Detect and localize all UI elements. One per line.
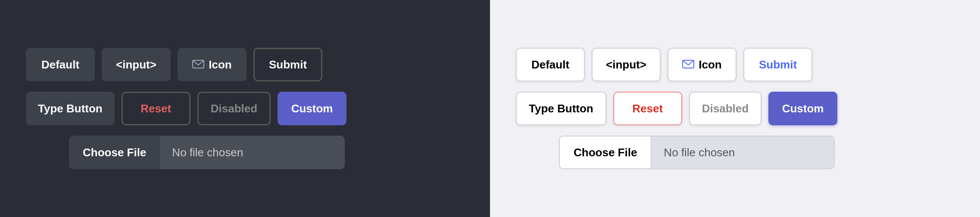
- dark-choose-file-button[interactable]: Choose File: [69, 136, 160, 169]
- dark-icon-button[interactable]: Icon: [178, 48, 247, 81]
- light-typebutton-button[interactable]: Type Button: [516, 92, 606, 125]
- light-custom-button[interactable]: Custom: [768, 92, 837, 125]
- light-submit-button[interactable]: Submit: [743, 48, 812, 81]
- dark-row-1: Default <input> Icon Submit: [26, 48, 464, 81]
- light-file-input[interactable]: Choose File No file chosen: [559, 136, 835, 169]
- dark-submit-button[interactable]: Submit: [253, 48, 322, 81]
- dark-file-input[interactable]: Choose File No file chosen: [69, 136, 345, 169]
- light-row-2: Type Button Reset Disabled Custom: [516, 92, 954, 125]
- dark-default-button[interactable]: Default: [26, 48, 95, 81]
- dark-file-row: Choose File No file chosen: [26, 136, 464, 169]
- dark-panel: Default <input> Icon Submit Type Button …: [0, 0, 490, 217]
- light-disabled-button[interactable]: Disabled: [689, 92, 762, 125]
- light-row-1: Default <input> Icon Submit: [516, 48, 954, 81]
- mail-icon: [192, 58, 204, 71]
- dark-reset-button[interactable]: Reset: [122, 92, 190, 125]
- light-no-file-text: No file chosen: [652, 136, 834, 168]
- dark-custom-button[interactable]: Custom: [278, 92, 346, 125]
- light-file-row: Choose File No file chosen: [516, 136, 954, 169]
- mail-icon-light: [682, 58, 694, 71]
- light-panel: Default <input> Icon Submit Type Button …: [490, 0, 980, 217]
- light-default-button[interactable]: Default: [516, 48, 585, 81]
- light-reset-button[interactable]: Reset: [613, 92, 682, 125]
- dark-typebutton-button[interactable]: Type Button: [26, 92, 115, 125]
- dark-disabled-button[interactable]: Disabled: [197, 92, 271, 125]
- light-choose-file-button[interactable]: Choose File: [560, 136, 652, 168]
- light-input-button[interactable]: <input>: [592, 48, 661, 81]
- dark-row-2: Type Button Reset Disabled Custom: [26, 92, 464, 125]
- dark-no-file-text: No file chosen: [160, 136, 345, 169]
- dark-input-button[interactable]: <input>: [102, 48, 171, 81]
- light-icon-button[interactable]: Icon: [668, 48, 737, 81]
